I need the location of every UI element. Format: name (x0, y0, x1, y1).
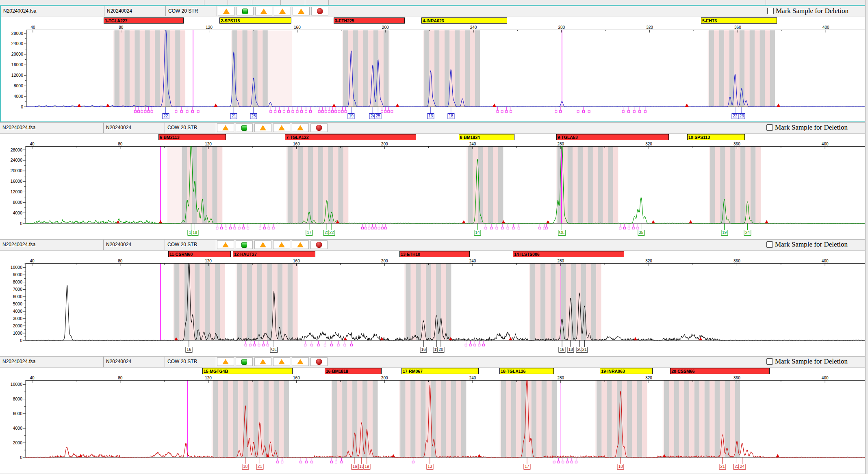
allele-call-label[interactable]: 13 (427, 113, 434, 119)
sample-file-name[interactable]: N20240024.fsa (0, 240, 104, 250)
panel-kit-name[interactable]: COW 20 STR (166, 6, 217, 16)
marker-label[interactable]: 8-BM1824 (459, 134, 514, 140)
mark-deletion-control[interactable]: Mark Sample for Deletion (767, 7, 848, 15)
allele-call-label[interactable]: 19 (348, 113, 355, 119)
mark-deletion-control[interactable]: Mark Sample for Deletion (766, 240, 848, 249)
allele-call-label[interactable]: 18 (447, 113, 454, 119)
y-tick-label: 12000 (11, 189, 22, 194)
allele-call-label[interactable]: 16 (351, 464, 358, 470)
sample-name[interactable]: N20240024 (104, 240, 165, 250)
plot-area: 0200040006000800010000 (0, 380, 868, 464)
panel-kit-name[interactable]: COW 20 STR (165, 357, 216, 367)
x-tick-label: 360 (734, 25, 741, 30)
panel-kit-name[interactable]: COW 20 STR (165, 240, 216, 250)
sample-file-name[interactable]: N20240024.fsa (1, 6, 104, 16)
allele-leaders (166, 107, 742, 113)
sample-name[interactable]: N20240024 (104, 123, 165, 133)
allele-call-label[interactable]: 23 (738, 113, 745, 119)
allele-call-label[interactable]: 35 (638, 230, 644, 236)
marker-label[interactable]: 15-MGTG4B (202, 368, 293, 374)
x-tick-label: 80 (118, 376, 122, 380)
sample-name[interactable]: N20240024 (104, 6, 166, 16)
allele-call-label[interactable]: 20 (437, 347, 444, 353)
panel-kit-name[interactable]: COW 20 STR (165, 123, 216, 133)
allele-call-label[interactable]: 18 (567, 347, 574, 353)
artifact-flags (277, 458, 577, 463)
y-tick-label: 8000 (13, 279, 23, 284)
marker-label[interactable]: 4-INRA023 (421, 17, 507, 24)
allele-call-label[interactable]: 19 (721, 230, 728, 236)
marker-row: 1-TGLA2272-SPS1153-ETH2254-INRA0235-EHT3 (1, 17, 867, 24)
marker-label[interactable]: 7-TGLA122 (285, 134, 416, 140)
allele-call-label[interactable]: 13 (426, 464, 433, 470)
mark-deletion-checkbox[interactable] (766, 358, 773, 365)
marker-label[interactable]: 14-ILSTS006 (513, 251, 624, 257)
marker-label[interactable]: 10-SPS113 (687, 134, 745, 140)
allele-call-label[interactable]: OL (270, 347, 278, 353)
marker-label[interactable]: 12-HAUT27 (233, 251, 315, 257)
x-tick-label: 80 (119, 25, 123, 30)
marker-label[interactable]: 13-ETH10 (399, 251, 470, 257)
allele-call-label[interactable]: 25 (250, 113, 257, 119)
allele-call-label[interactable]: 21 (581, 347, 588, 353)
marker-label[interactable]: 2-SPS115 (219, 17, 291, 24)
x-tick-label: 360 (733, 142, 740, 146)
allele-call-label[interactable]: 17 (523, 464, 530, 470)
marker-label[interactable]: 1-TGLA227 (104, 17, 184, 24)
x-tick-label: 200 (381, 376, 388, 380)
mark-deletion-control[interactable]: Mark Sample for Deletion (766, 357, 848, 366)
marker-label[interactable]: 3-ETH225 (334, 17, 405, 24)
marker-label[interactable]: 18-TGLA126 (499, 368, 554, 374)
allele-call-label[interactable]: 21 (719, 464, 726, 470)
electropherogram-plot[interactable]: 0100020003000400050006000700080009000100… (0, 263, 868, 347)
mark-deletion-checkbox[interactable] (767, 8, 774, 14)
electropherogram-plot[interactable]: 0400080001200016000200002400028000 (1, 30, 868, 113)
sample-file-name[interactable]: N20240024.fsa (0, 357, 104, 367)
x-tick-label: 120 (205, 259, 212, 263)
allele-call-label[interactable]: 21 (230, 113, 237, 119)
allele-call-label[interactable]: 18 (191, 230, 198, 236)
quality-cell (254, 240, 271, 249)
allele-call-label[interactable]: 21 (256, 464, 263, 470)
marker-label[interactable]: 5-EHT3 (701, 17, 777, 24)
sample-name[interactable]: N20240024 (104, 357, 165, 367)
mark-deletion-control[interactable]: Mark Sample for Deletion (766, 123, 848, 132)
mark-deletion-checkbox[interactable] (766, 124, 773, 131)
electropherogram-plot[interactable]: 0400080001200016000200002400028000 (0, 146, 868, 230)
allele-call-label[interactable]: 19 (363, 464, 370, 470)
allele-call-label[interactable]: 24 (739, 464, 746, 470)
x-tick-label: 360 (733, 259, 740, 263)
x-tick-label: 400 (822, 259, 829, 263)
allele-call-label[interactable]: 22 (328, 230, 335, 236)
marker-row: 6-BM21137-TGLA1228-BM18249-TGLA5310-SPS1… (0, 134, 868, 141)
marker-label[interactable]: 20-CSSM66 (670, 368, 770, 374)
marker-label[interactable]: 6-BM2113 (158, 134, 226, 140)
allele-label-row: 171817212214OL351924 (0, 230, 868, 237)
sample-panel: N20240024.fsa N20240024 COW 20 STR Mark … (0, 5, 868, 122)
mark-deletion-checkbox[interactable] (766, 241, 773, 248)
allele-call-label[interactable]: 25 (375, 113, 382, 119)
marker-label[interactable]: 16-BM1818 (325, 368, 382, 374)
allele-call-label[interactable]: 16 (185, 347, 192, 353)
electropherogram-plot[interactable]: 0200040006000800010000 (0, 380, 868, 464)
marker-label[interactable]: 9-TGLA53 (556, 134, 669, 140)
allele-call-label[interactable]: 14 (474, 230, 481, 236)
allele-call-label[interactable]: 17 (306, 230, 312, 236)
marker-label[interactable]: 11-CSRM60 (168, 251, 231, 257)
marker-label[interactable]: 17-RM067 (401, 368, 479, 374)
x-tick-label: 400 (822, 376, 829, 380)
allele-call-label[interactable]: 10 (617, 464, 624, 470)
x-tick-label: 80 (118, 142, 122, 146)
quality-cell (292, 357, 309, 366)
allele-call-label[interactable]: 22 (162, 113, 169, 119)
allele-call-label[interactable]: 16 (420, 347, 427, 353)
sample-file-name[interactable]: N20240024.fsa (0, 123, 104, 133)
allele-call-label[interactable]: 16 (558, 347, 565, 353)
allele-call-label[interactable]: OL (558, 230, 566, 236)
allele-call-label[interactable]: 24 (744, 230, 751, 236)
scrollbar-track[interactable] (865, 0, 868, 474)
marker-label[interactable]: 19-INRA063 (600, 368, 653, 374)
y-tick-label: 0 (20, 338, 22, 343)
allele-call-label[interactable]: 18 (242, 464, 249, 470)
allele-call-label[interactable]: 22 (731, 113, 738, 119)
